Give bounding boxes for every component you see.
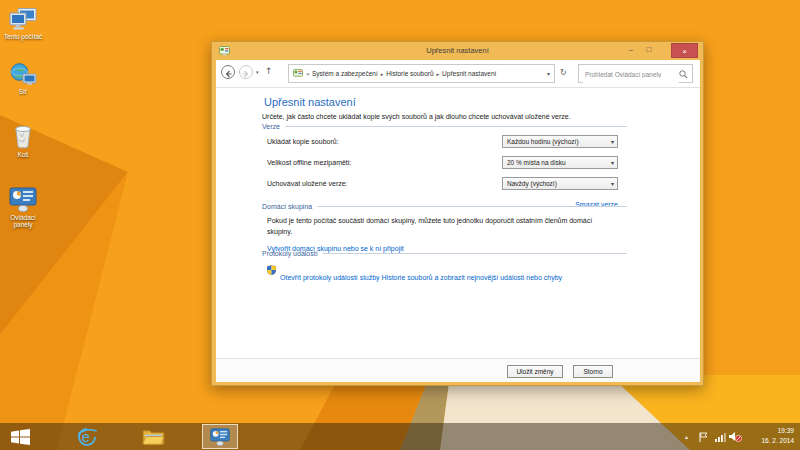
address-favicon-icon [293,69,303,78]
forward-arrow-icon [240,68,252,80]
clock-date: 16. 2. 2014 [744,436,794,446]
window-client-area: ▾ ↑ « Systém a zabezpečení ▸ Historie so… [216,60,700,382]
back-arrow-icon [222,68,234,80]
group-rule [317,206,627,207]
address-bar[interactable]: « Systém a zabezpečení ▸ Historie soubor… [288,64,555,83]
control-panel-window: Upřesnit nastavení – □ × ▾ ↑ [211,41,704,386]
navigation-toolbar: ▾ ↑ « Systém a zabezpečení ▸ Historie so… [216,60,700,88]
taskbar-internet-explorer[interactable]: e [72,423,102,450]
taskbar-file-explorer[interactable] [138,423,168,450]
up-button[interactable]: ↑ [265,66,273,76]
desktop-icon-label: Tento počítač [1,33,45,40]
desktop-icon-network[interactable]: Síť [1,63,45,95]
dialog-footer: Uložit změny Storno [216,358,700,382]
chevron-down-icon: ▾ [611,136,614,147]
cancel-button[interactable]: Storno [573,365,613,378]
homegroup-text: Pokud je tento počítač součástí domácí s… [267,215,615,237]
desktop-icon-label: Síť [1,88,45,95]
recent-pages-chevron-icon[interactable]: ▾ [256,69,259,75]
close-button[interactable]: × [671,43,698,58]
maximize-button[interactable]: □ [642,42,656,57]
keep-versions-value: Navždy (výchozí) [507,180,557,187]
cache-size-value: 20 % místa na disku [507,159,566,166]
windows-logo-icon [11,429,30,445]
search-box [578,64,693,83]
taskbar-control-panel-active[interactable] [202,424,238,449]
save-copies-value: Každou hodinu (výchozí) [507,138,579,145]
group-rule [285,126,627,127]
save-copies-label: Ukládat kopie souborů: [267,135,339,148]
internet-explorer-icon: e [76,426,98,448]
desktop-icon-label: Ovládací panely [1,214,45,228]
recycle-bin-icon [10,122,36,149]
network-icon [10,63,37,86]
svg-text:e: e [82,429,90,445]
file-explorer-icon [142,428,165,445]
desktop-icon-recycle-bin[interactable]: Koš [1,122,45,158]
cache-size-label: Velikost offline mezipaměti: [267,156,351,169]
group-homegroup: Domácí skupina [262,203,627,210]
breadcrumb-file-history[interactable]: Historie souborů [384,70,435,77]
group-event-logs: Protokoly událostí [262,250,627,257]
volume-muted-icon[interactable] [729,431,742,442]
chevron-down-icon: ▾ [611,178,614,189]
cache-size-select[interactable]: 20 % místa na disku ▾ [502,156,618,169]
page-title: Upřesnit nastavení [264,96,356,108]
control-panel-icon [9,187,37,212]
search-input[interactable] [583,66,679,83]
group-versions-label: Verze [262,123,280,130]
group-rule [323,253,627,254]
clock-time: 19:39 [744,426,794,436]
minimize-button[interactable]: – [624,42,638,57]
window-titlebar[interactable]: Upřesnit nastavení – □ × [212,42,703,60]
back-button[interactable] [221,65,235,79]
save-changes-button[interactable]: Uložit změny [507,365,563,378]
chevron-down-icon: ▾ [611,157,614,168]
start-button[interactable] [6,423,34,450]
desktop-icon-control-panel[interactable]: Ovládací panely [1,187,45,228]
breadcrumb-advanced-settings[interactable]: Upřesnit nastavení [440,70,498,77]
this-pc-icon [9,8,37,31]
network-signal-icon[interactable] [715,432,726,442]
taskbar-clock[interactable]: 19:39 16. 2. 2014 [744,426,794,446]
refresh-button[interactable]: ↻ [560,68,567,77]
save-copies-select[interactable]: Každou hodinu (výchozí) ▾ [502,135,618,148]
forward-button[interactable] [239,65,253,79]
taskbar: e ▴ 19:39 [0,423,800,450]
keep-versions-label: Uchovávat uložené verze: [267,177,348,190]
action-center-flag-icon[interactable] [699,432,708,442]
search-icon[interactable] [679,70,688,79]
desktop-icon-label: Koš [1,151,45,158]
breadcrumb-system-security[interactable]: Systém a zabezpečení [310,70,380,77]
page-description: Určete, jak často chcete ukládat kopie s… [262,113,571,120]
tray-show-hidden-icons-chevron[interactable]: ▴ [685,433,688,440]
desktop-icon-this-pc[interactable]: Tento počítač [1,8,45,40]
open-event-logs-link[interactable]: Otevřít protokoly událostí služby Histor… [280,274,562,281]
uac-shield-icon [267,265,276,275]
group-homegroup-label: Domácí skupina [262,203,312,210]
address-dropdown-chevron-icon[interactable]: ▾ [547,70,554,77]
keep-versions-select[interactable]: Navždy (výchozí) ▾ [502,177,618,190]
group-versions: Verze [262,123,627,130]
group-event-logs-label: Protokoly událostí [262,250,318,257]
control-panel-icon [210,428,230,446]
